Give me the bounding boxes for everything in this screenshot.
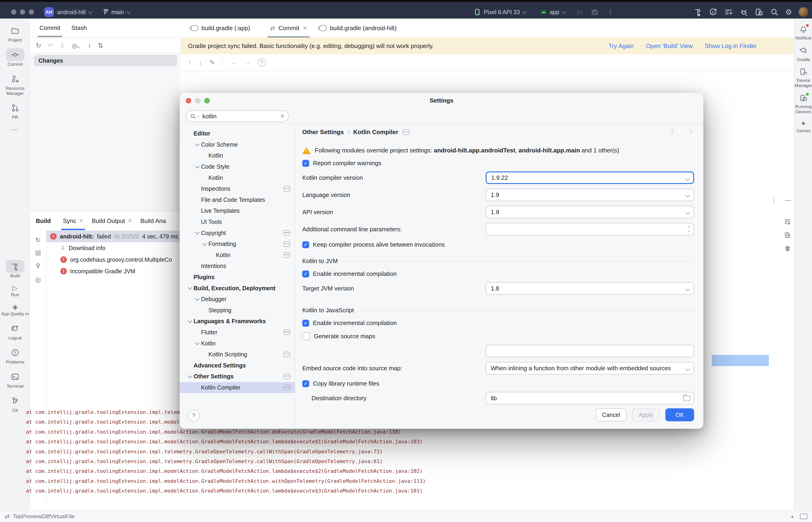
tab-stash[interactable]: Stash [72, 19, 87, 37]
stack-trace-line[interactable]: at com.intellij.gradle.toolingExtension.… [26, 437, 606, 447]
jvm-incremental-checkbox[interactable]: ✓ [302, 270, 309, 278]
settings-tree-row[interactable]: Plugins [180, 272, 295, 283]
sync-project-icon[interactable]: A [709, 8, 717, 17]
refresh-icon[interactable]: ↻ [35, 236, 41, 244]
settings-tree-row[interactable]: Live Templates [180, 205, 295, 217]
tab-sync[interactable]: Sync✕ [60, 212, 86, 230]
settings-tree-row[interactable]: Kotlin [180, 172, 295, 183]
project-selector[interactable]: android-hilt [57, 9, 86, 16]
chevron-down-icon[interactable] [188, 318, 192, 323]
settings-tree-row[interactable]: Color Scheme [180, 139, 295, 150]
chevron-down-icon[interactable] [188, 285, 192, 290]
changes-group-row[interactable]: Changes [34, 55, 177, 66]
sidebar-item-terminal[interactable]: Terminal [0, 367, 30, 392]
cancel-button[interactable]: Cancel [596, 408, 627, 421]
settings-tree-row[interactable]: Flutter [180, 327, 295, 338]
build-row-groovy-error[interactable]: ! org.codehaus.groovy.control.MultipleCo [46, 254, 180, 265]
debug-button[interactable] [591, 8, 599, 16]
sidebar-item-app-quality-insights[interactable]: ◈ App Quality In [0, 300, 30, 319]
sidebar-item-problems[interactable]: Problems [0, 343, 30, 367]
help-icon[interactable]: ? [258, 58, 266, 66]
attach-debugger-icon[interactable] [739, 8, 748, 17]
filter-eye-icon[interactable]: ◎ [35, 276, 41, 283]
preview-diff-eye-icon[interactable]: ◎ [72, 42, 81, 49]
sidebar-item-resource-manager[interactable]: Resource Manager [0, 69, 30, 99]
source-maps-checkbox[interactable] [302, 332, 310, 340]
copy-library-checkbox[interactable]: ✓ [302, 380, 309, 387]
settings-tree-row[interactable]: Build, Execution, Deployment [180, 283, 295, 294]
chevron-down-icon[interactable] [195, 164, 200, 168]
sidebar-item-pr[interactable]: PR [0, 99, 30, 123]
sidebar-item-gradle[interactable]: Gradle [794, 43, 812, 65]
build-row-download-info[interactable]: ⇩ Download info [46, 242, 180, 254]
dialog-minimize-button[interactable] [195, 98, 200, 103]
settings-tree-row[interactable]: Kotlin Compiler [180, 382, 295, 393]
stack-trace-line[interactable]: at com.intellij.gradle.toolingExtension.… [26, 447, 606, 457]
keep-alive-checkbox[interactable]: ✓ [302, 241, 309, 248]
trash-icon[interactable] [784, 245, 791, 252]
settings-tree-row[interactable]: Code Style [180, 161, 295, 173]
stop-icon[interactable] [35, 250, 41, 256]
down-arrow-icon[interactable]: ↓ [199, 59, 202, 66]
js-incremental-checkbox[interactable]: ✓ [302, 320, 309, 327]
settings-tree-row[interactable]: UI Tools [180, 217, 295, 227]
rollback-icon[interactable]: ↶ [47, 42, 53, 49]
banner-link[interactable]: Show Log in Finder [705, 42, 757, 49]
chevron-down-icon[interactable] [195, 296, 200, 301]
settings-tree-row[interactable]: Editor [180, 128, 295, 139]
settings-tree-row[interactable]: Kotlin [180, 249, 295, 261]
run-button[interactable]: ▷ [577, 8, 582, 16]
dialog-zoom-button[interactable] [204, 98, 210, 103]
pin-icon[interactable] [35, 262, 42, 269]
destination-dir-input[interactable]: lib [486, 392, 694, 404]
hide-panel-icon[interactable]: — [785, 196, 791, 204]
cmdline-params-input[interactable]: ↗↙ [486, 223, 694, 236]
settings-tree-row[interactable]: Other Settings [180, 371, 295, 382]
sidebar-item-git[interactable]: Git [0, 392, 30, 416]
close-icon[interactable]: ✕ [79, 218, 83, 224]
chevron-down-icon[interactable] [188, 374, 192, 378]
sidebar-item-logcat[interactable]: Logcat [0, 319, 30, 343]
build-row-gradle-jvm-error[interactable]: ! Incompatible Gradle JVM [46, 265, 180, 277]
help-button[interactable]: ? [188, 410, 200, 421]
chevron-down-icon[interactable] [195, 230, 200, 235]
report-warnings-checkbox[interactable]: ✓ [302, 160, 309, 167]
tab-commit[interactable]: Commit [39, 19, 60, 37]
chevron-down-icon[interactable] [195, 340, 200, 345]
stack-trace-line[interactable]: at com.intellij.gradle.toolingExtension.… [26, 457, 606, 466]
sidebar-item-more[interactable]: ⋯ [0, 123, 30, 136]
settings-tree-row[interactable]: Kotlin [180, 338, 295, 349]
collapse-all-icon[interactable]: ⇅ [98, 42, 103, 49]
settings-tree-row[interactable]: Debugger [180, 294, 295, 305]
scroll-to-end-icon[interactable] [784, 232, 791, 239]
shelve-icon[interactable]: ⇩ [60, 42, 65, 49]
chevron-down-icon[interactable] [202, 241, 207, 246]
embed-sources-select[interactable]: When inlining a function from other modu… [486, 362, 694, 375]
sidebar-item-device-manager[interactable]: Device Manager [794, 65, 812, 91]
ok-button[interactable]: OK [665, 408, 694, 421]
up-arrow-icon[interactable]: ↑ [188, 59, 191, 66]
window-minimize-button[interactable] [20, 9, 25, 15]
sidebar-item-running-devices[interactable]: Running Devices [794, 91, 812, 117]
settings-tree-row[interactable]: Languages & Frameworks [180, 316, 295, 327]
more-actions-kebab[interactable]: ⋮ [607, 8, 614, 16]
stack-trace-line[interactable]: at com.intellij.gradle.toolingExtension.… [26, 476, 606, 486]
options-kebab-icon[interactable]: ⋮ [771, 196, 777, 204]
build-hammer-icon[interactable] [693, 8, 702, 17]
expand-all-icon[interactable]: ↕ [88, 42, 91, 49]
sidebar-item-commit[interactable]: Commit [0, 45, 30, 69]
settings-tree-row[interactable]: Inspections [180, 183, 295, 195]
breadcrumb-parent[interactable]: Other Settings [302, 128, 344, 136]
settings-tree-row[interactable]: Intentions [180, 261, 295, 272]
banner-link[interactable]: Open 'Build' View [646, 42, 693, 49]
clear-search-icon[interactable]: ✕ [280, 113, 285, 119]
edit-pencil-icon[interactable]: ✎ [209, 59, 215, 66]
sidebar-item-run[interactable]: ▷ Run [0, 281, 30, 300]
branch-selector[interactable]: main [112, 9, 124, 16]
window-close-button[interactable] [11, 9, 16, 15]
sidebar-item-gemini[interactable]: ✦ Gemini [794, 117, 812, 136]
target-jvm-select[interactable]: 1.8 [486, 282, 694, 295]
editor-tab[interactable]: Commit ✕ [265, 19, 313, 38]
settings-tree-row[interactable]: Formatting [180, 239, 295, 249]
screen-icon[interactable] [800, 514, 807, 519]
